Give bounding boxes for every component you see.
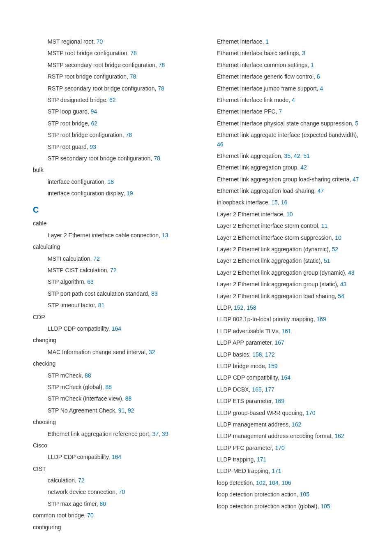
index-entry-text: checking <box>33 360 55 367</box>
index-page-link[interactable]: 63 <box>87 278 94 285</box>
index-page-link[interactable]: 54 <box>338 293 344 299</box>
index-page-link[interactable]: 94 <box>91 108 97 115</box>
index-page-link[interactable]: 52 <box>332 246 338 253</box>
index-page-link[interactable]: 78 <box>154 155 160 162</box>
index-page-link[interactable]: 164 <box>112 454 121 460</box>
index-right-column: Ethernet interface, 1Ethernet interface … <box>202 37 359 533</box>
index-page-link[interactable]: 169 <box>275 398 284 404</box>
index-page-link[interactable]: 47 <box>317 188 324 194</box>
index-page-link[interactable]: 105 <box>321 503 330 510</box>
index-entry-text: Ethernet interface common settings, <box>217 62 311 68</box>
index-page-link[interactable]: 162 <box>334 433 344 439</box>
index-entry: Ethernet interface, 1 <box>217 37 359 46</box>
index-entry: loop detection protection action, 105 <box>217 490 359 499</box>
index-page-link[interactable]: 62 <box>109 97 116 103</box>
index-page-link[interactable]: 1 <box>265 38 269 45</box>
index-page-link[interactable]: 158 <box>247 304 256 311</box>
index-page-link[interactable]: 72 <box>93 255 100 262</box>
index-entry: STP mCheck, 88 <box>48 371 190 380</box>
index-page-link[interactable]: 83 <box>151 290 158 297</box>
index-entry: network device connection, 70 <box>48 487 190 496</box>
index-page-link[interactable]: 7 <box>279 108 282 115</box>
index-page-link[interactable]: 88 <box>85 372 91 379</box>
index-page-link[interactable]: 88 <box>106 384 112 390</box>
index-page-link[interactable]: 10 <box>286 211 293 218</box>
index-page-link[interactable]: 78 <box>126 132 132 138</box>
index-entry-text: changing <box>33 337 56 343</box>
index-page-link[interactable]: 6 <box>317 73 320 80</box>
index-page-link[interactable]: 72 <box>110 267 117 273</box>
index-page-link[interactable]: 164 <box>281 374 291 381</box>
index-page-link[interactable]: 5 <box>355 120 358 127</box>
index-page-link[interactable]: 70 <box>87 512 94 519</box>
index-entry: LLDP-MED trapping, 171 <box>217 466 359 475</box>
index-page-link[interactable]: 88 <box>125 395 132 402</box>
index-page-link[interactable]: 46 <box>217 141 224 148</box>
index-page-link[interactable]: 43 <box>348 269 355 276</box>
index-page-link[interactable]: 47 <box>353 176 359 183</box>
index-page-link[interactable]: 70 <box>119 489 125 495</box>
index-entry: CIST <box>33 464 190 473</box>
index-page-link[interactable]: 78 <box>159 62 165 68</box>
index-page-link[interactable]: 170 <box>275 445 284 451</box>
index-page-link[interactable]: 80 <box>100 501 106 507</box>
index-page-link[interactable]: 18 <box>108 178 114 185</box>
index-page-link[interactable]: 16 <box>281 199 288 206</box>
index-page-link[interactable]: 70 <box>97 38 103 45</box>
index-entry: loop detection, 102, 104, 106 <box>217 478 359 487</box>
index-page-link[interactable]: 62 <box>91 120 98 127</box>
index-page-link[interactable]: 171 <box>272 468 281 474</box>
index-page-link[interactable]: 11 <box>321 222 328 229</box>
index-page-link[interactable]: 32 <box>149 349 155 355</box>
index-page-link[interactable]: 10 <box>335 234 341 241</box>
index-page-link[interactable]: 167 <box>274 339 284 346</box>
index-page-link[interactable]: 172 <box>265 351 274 358</box>
index-page-link[interactable]: 42 <box>294 153 300 159</box>
index-page-link[interactable]: 104 <box>269 480 278 486</box>
index-page-link[interactable]: 37 <box>152 431 159 437</box>
index-page-link[interactable]: 177 <box>265 386 274 393</box>
index-page-link[interactable]: 158 <box>252 351 262 358</box>
index-page-link[interactable]: 35 <box>284 153 291 159</box>
index-entry-text: STP timeout factor, <box>48 302 98 308</box>
index-page-link[interactable]: 39 <box>162 431 168 437</box>
index-page-link[interactable]: 51 <box>303 153 310 159</box>
index-entry-text: LLDP CDP compatibility, <box>48 325 112 332</box>
index-page-link[interactable]: 72 <box>78 477 85 484</box>
index-page-link[interactable]: 42 <box>300 164 307 171</box>
index-page-link[interactable]: 13 <box>162 232 168 239</box>
index-entry-text: LLDP CDP compatibility, <box>48 454 112 460</box>
index-entry: MSTP root bridge configuration, 78 <box>48 49 190 58</box>
index-page-link[interactable]: 106 <box>281 480 291 486</box>
index-page-link[interactable]: 4 <box>320 85 323 92</box>
index-page-link[interactable]: 92 <box>128 407 134 414</box>
index-page-link[interactable]: 162 <box>292 421 301 428</box>
index-page-link[interactable]: 4 <box>292 97 295 103</box>
index-entry: CDP <box>33 313 190 322</box>
index-page-link[interactable]: 81 <box>98 302 105 308</box>
index-page-link[interactable]: 91 <box>118 407 125 414</box>
index-page-link[interactable]: 1 <box>311 62 314 68</box>
index-page-link[interactable]: 161 <box>281 328 291 334</box>
index-page-link[interactable]: 169 <box>317 316 326 322</box>
index-page-link[interactable]: 170 <box>306 410 315 416</box>
index-entry-text: STP mCheck (interface view), <box>48 395 125 402</box>
index-page-link[interactable]: 78 <box>130 50 137 56</box>
index-page-link[interactable]: 78 <box>130 73 136 80</box>
index-page-link[interactable]: 152 <box>234 304 243 311</box>
index-entry: inloopback interface, 15, 16 <box>217 198 359 207</box>
index-page-link[interactable]: 93 <box>90 144 96 150</box>
index-page-link[interactable]: 51 <box>324 257 330 264</box>
index-page-link[interactable]: 43 <box>340 281 347 287</box>
index-page-link[interactable]: 165 <box>252 386 261 393</box>
index-page-link[interactable]: 102 <box>256 480 265 486</box>
index-page-link[interactable]: 19 <box>127 190 133 197</box>
index-page-link[interactable]: 159 <box>268 363 277 369</box>
index-page-link[interactable]: 15 <box>271 199 278 206</box>
index-page-link[interactable]: 78 <box>158 85 164 92</box>
index-page-link[interactable]: 171 <box>257 456 266 463</box>
index-page-link[interactable]: 3 <box>302 50 305 56</box>
index-page-link[interactable]: 105 <box>300 491 309 498</box>
index-page-link[interactable]: 164 <box>112 325 121 332</box>
index-entry: STP loop guard, 94 <box>48 107 190 116</box>
